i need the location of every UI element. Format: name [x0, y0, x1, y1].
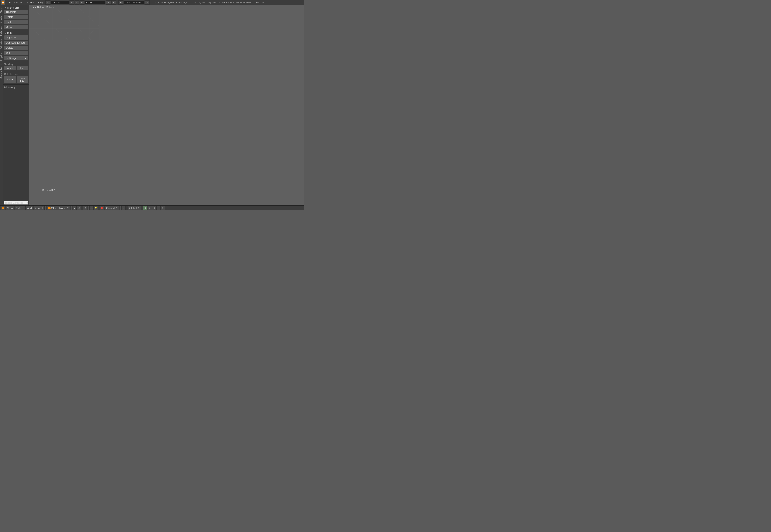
viewport[interactable]: User Ortho Meters (1) Cube.001: [29, 5, 304, 205]
flat-button[interactable]: Flat: [16, 66, 28, 70]
mode-selector[interactable]: Object Mode ▼: [47, 206, 70, 210]
transform-orientation[interactable]: Global ▼: [128, 206, 141, 210]
svg-rect-3: [29, 5, 99, 40]
left-panel: ▼ Transform Translate Rotate Scale Mirro…: [3, 5, 29, 205]
mode-dot: [48, 207, 51, 209]
add-scene-icon[interactable]: +: [106, 0, 111, 5]
render-engine-icon[interactable]: ◉: [118, 0, 123, 5]
add-screen-icon[interactable]: +: [70, 0, 74, 5]
svg-point-1: [2, 2, 4, 3]
layer-4-icon[interactable]: 4: [156, 206, 161, 210]
shading-section: Shading: Smooth Flat: [3, 62, 29, 72]
edit-arrow: ▼: [4, 32, 6, 35]
vtab-grease-pencil[interactable]: Grease Pencil: [0, 63, 3, 80]
layer-3-icon[interactable]: 3: [152, 206, 156, 210]
screen-options-icon[interactable]: ⚙: [80, 0, 84, 5]
view-button[interactable]: View: [6, 206, 14, 210]
render-engine-input[interactable]: [124, 0, 144, 5]
layer-5-icon[interactable]: 5: [161, 206, 165, 210]
history-title: History: [6, 86, 15, 89]
object-button[interactable]: Object: [34, 206, 44, 210]
camera-icon[interactable]: 🎥: [89, 206, 94, 210]
rotate-button[interactable]: Rotate: [4, 15, 28, 19]
solid-sphere-icon[interactable]: ●: [73, 206, 77, 210]
layer-1-icon[interactable]: 1: [143, 206, 147, 210]
shading-buttons: Smooth Flat: [4, 66, 28, 70]
snap-icon-group: 🧲 Closest ▼: [100, 206, 119, 210]
layout-input[interactable]: [51, 0, 69, 5]
toggle-editmode-label: Toggle Editmode: [5, 201, 24, 204]
lamp-icon[interactable]: 💡: [94, 206, 98, 210]
topbar: File Render Window Help ⊞ + × ⚙ + × ◉ ▼ …: [0, 0, 304, 5]
edit-title: Edit: [7, 32, 12, 35]
data-button[interactable]: Data: [4, 76, 16, 83]
add-button[interactable]: Add: [25, 206, 33, 210]
vtab-tools[interactable]: Tools: [0, 6, 3, 14]
mode-label: Object Mode: [51, 207, 66, 209]
help-menu[interactable]: Help: [37, 1, 45, 4]
history-header[interactable]: ▶ History: [4, 85, 28, 89]
render-menu[interactable]: Render: [13, 1, 24, 4]
unit-label: Meters: [46, 6, 54, 9]
set-origin-label: Set Origin: [6, 57, 17, 60]
toggle-editmode-button[interactable]: Toggle Editmode ◀: [4, 201, 28, 205]
transform-arrow: ▼: [4, 6, 6, 9]
file-menu[interactable]: File: [6, 1, 13, 4]
status-text: v2.76 | Verts:5,506 | Faces:5,472 | Tris…: [152, 1, 265, 4]
proportional-icon[interactable]: ○: [121, 206, 126, 210]
render-sphere-icon[interactable]: ◎: [77, 206, 81, 210]
duplicate-button[interactable]: Duplicate: [4, 35, 28, 40]
blender-bottom-icon[interactable]: [1, 206, 5, 210]
view-icon-group: 🎥 💡: [89, 206, 98, 210]
view-label: User Ortho: [31, 6, 44, 9]
toggle-editmode-arrow: ◀: [26, 201, 28, 204]
pivot-icon[interactable]: ⊕: [83, 206, 87, 210]
layout-icon[interactable]: ⊞: [45, 0, 50, 5]
snap-toggle-icon[interactable]: 🧲: [100, 206, 104, 210]
layer-icon-group: 1 2 3 4 5: [143, 206, 165, 210]
cube-label: (1) Cube.001: [41, 189, 56, 191]
edit-header[interactable]: ▼ Edit: [4, 32, 28, 35]
blender-logo-icon[interactable]: [1, 0, 5, 5]
toggle-editmode-container: Toggle Editmode ◀: [3, 200, 29, 205]
set-origin-button[interactable]: Set Origin ▶: [4, 56, 28, 60]
grid-background: [29, 5, 99, 40]
transform-title: Transform: [7, 6, 19, 9]
shading-label: Shading:: [4, 63, 28, 66]
cube-name: (1) Cube.001: [41, 189, 56, 191]
render-engine-arrow[interactable]: ▼: [145, 0, 149, 5]
history-arrow: ▶: [4, 86, 6, 88]
data-lay-button[interactable]: Data Lay: [16, 76, 28, 83]
smooth-button[interactable]: Smooth: [4, 66, 16, 70]
viewport-header: User Ortho Meters: [29, 5, 304, 9]
left-vtabs: Tools Create Relations Animation Physics…: [0, 5, 3, 205]
mode-arrow: ▼: [67, 207, 69, 209]
scene-input[interactable]: [85, 0, 106, 5]
scale-button[interactable]: Scale: [4, 20, 28, 24]
vtab-physics[interactable]: Physics: [0, 51, 3, 62]
data-transfer-section: Data Transfer: Data Data Lay: [3, 72, 29, 85]
snap-type-label: Closest: [106, 207, 115, 209]
remove-scene-icon[interactable]: ×: [111, 0, 116, 5]
vtab-relations[interactable]: Relations: [0, 25, 3, 37]
svg-point-73: [3, 207, 4, 209]
delete-button[interactable]: Delete: [4, 45, 28, 50]
edit-section: ▼ Edit Duplicate Duplicate Linked Delete…: [3, 31, 29, 62]
remove-screen-icon[interactable]: ×: [75, 0, 79, 5]
history-section: ▶ History: [3, 85, 29, 90]
vtab-create[interactable]: Create: [0, 15, 3, 24]
join-button[interactable]: Join: [4, 51, 28, 55]
layer-2-icon[interactable]: 2: [148, 206, 152, 210]
duplicate-linked-button[interactable]: Duplicate Linked: [4, 40, 28, 45]
translate-button[interactable]: Translate: [4, 9, 28, 14]
mirror-button[interactable]: Mirror: [4, 25, 28, 29]
window-menu[interactable]: Window: [25, 1, 36, 4]
select-button[interactable]: Select: [15, 206, 25, 210]
data-transfer-buttons: Data Data Lay: [4, 76, 28, 83]
shading-icon-group: ● ◎: [73, 206, 81, 210]
vtab-animation[interactable]: Animation: [0, 38, 3, 51]
transform-header[interactable]: ▼ Transform: [4, 6, 28, 9]
orientation-label: Global: [129, 207, 137, 209]
snap-type-selector[interactable]: Closest ▼: [105, 206, 119, 210]
data-transfer-label: Data Transfer:: [4, 73, 28, 76]
